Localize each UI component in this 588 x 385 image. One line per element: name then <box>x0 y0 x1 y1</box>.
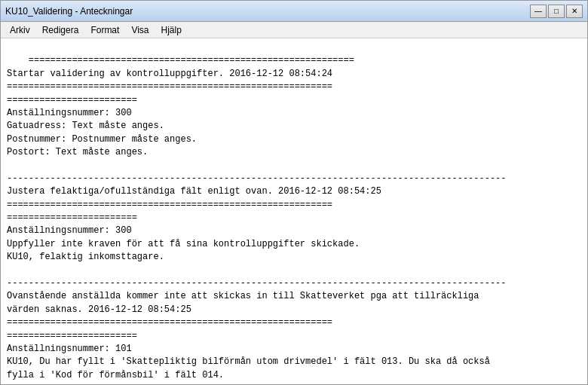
menu-bar: Arkiv Redigera Format Visa Hjälp <box>1 22 587 38</box>
window-title: KU10_Validering - Anteckningar <box>5 6 133 17</box>
menu-format[interactable]: Format <box>84 23 125 37</box>
title-bar-buttons: — □ ✕ <box>530 5 583 18</box>
menu-arkiv[interactable]: Arkiv <box>4 23 36 37</box>
menu-hjalp[interactable]: Hjälp <box>155 23 188 37</box>
close-button[interactable]: ✕ <box>566 5 583 18</box>
minimize-button[interactable]: — <box>530 5 547 18</box>
menu-visa[interactable]: Visa <box>125 23 155 37</box>
main-window: KU10_Validering - Anteckningar — □ ✕ Ark… <box>0 0 588 385</box>
maximize-button[interactable]: □ <box>548 5 565 18</box>
text-content-area[interactable]: ========================================… <box>1 38 587 384</box>
main-text: ========================================… <box>7 55 507 384</box>
menu-redigera[interactable]: Redigera <box>36 23 85 37</box>
title-bar: KU10_Validering - Anteckningar — □ ✕ <box>1 1 587 22</box>
